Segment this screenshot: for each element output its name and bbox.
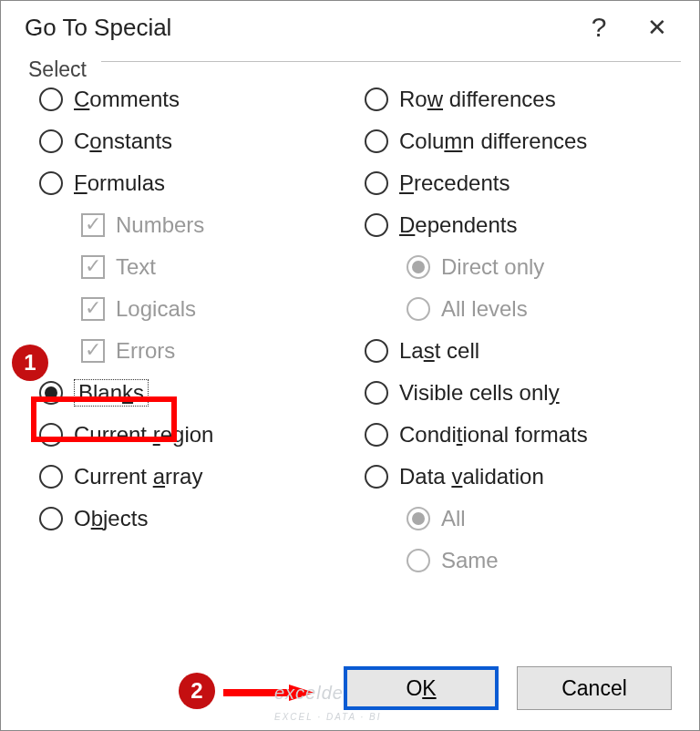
options-columns: Comments Constants Formulas Numbers Text… (1, 78, 699, 582)
option-label: Constants (74, 129, 172, 154)
option-text: Text (39, 246, 355, 288)
annotation-callout-1: 1 (12, 345, 48, 381)
option-comments[interactable]: Comments (39, 78, 355, 120)
option-same: Same (365, 540, 681, 582)
option-current-region[interactable]: Current region (39, 414, 355, 456)
checkbox-icon (81, 255, 105, 279)
option-label: Data validation (399, 464, 544, 489)
right-column: Row differences Column differences Prece… (365, 78, 681, 582)
ok-button[interactable]: OK (344, 666, 499, 710)
radio-icon (39, 88, 63, 111)
radio-icon (39, 129, 63, 153)
option-label: Visible cells only (399, 380, 560, 406)
option-label: Same (441, 548, 499, 573)
left-column: Comments Constants Formulas Numbers Text… (19, 78, 355, 582)
cancel-button[interactable]: Cancel (517, 666, 672, 710)
option-objects[interactable]: Objects (39, 498, 355, 540)
option-dependents[interactable]: Dependents (365, 204, 681, 246)
radio-icon (39, 423, 63, 447)
option-label: Conditional formats (399, 422, 588, 448)
option-last-cell[interactable]: Last cell (365, 330, 681, 372)
checkbox-icon (81, 213, 105, 237)
option-label: Current array (74, 464, 202, 489)
option-label: Column differences (399, 129, 587, 154)
option-constants[interactable]: Constants (39, 120, 355, 162)
radio-icon (407, 255, 430, 279)
option-row-differences[interactable]: Row differences (365, 78, 681, 120)
radio-icon (407, 507, 430, 530)
option-precedents[interactable]: Precedents (365, 162, 681, 204)
option-label: Numbers (116, 212, 204, 238)
option-numbers: Numbers (39, 204, 355, 246)
option-errors: Errors (39, 330, 355, 372)
option-direct-only: Direct only (365, 246, 681, 288)
option-formulas[interactable]: Formulas (39, 162, 355, 204)
radio-icon (407, 297, 430, 321)
annotation-callout-2: 2 (179, 673, 215, 709)
option-all-levels: All levels (365, 288, 681, 330)
option-label: Formulas (74, 170, 165, 196)
option-label: Comments (74, 87, 180, 112)
option-blanks[interactable]: Blanks (39, 372, 355, 414)
option-label: Text (116, 254, 156, 280)
option-column-differences[interactable]: Column differences (365, 120, 681, 162)
radio-icon (39, 507, 63, 530)
dialog-titlebar: Go To Special ? ✕ (1, 1, 699, 48)
radio-icon (365, 129, 388, 153)
option-label: Direct only (441, 254, 544, 280)
option-label: Last cell (399, 338, 479, 364)
radio-icon (39, 171, 63, 195)
option-label: Blanks (74, 379, 149, 407)
dialog-title: Go To Special (25, 14, 562, 42)
radio-icon (365, 465, 388, 489)
close-icon[interactable]: ✕ (635, 14, 679, 42)
option-label: Row differences (399, 87, 556, 112)
option-visible-cells[interactable]: Visible cells only (365, 372, 681, 414)
radio-icon (365, 339, 388, 363)
checkbox-icon (81, 297, 105, 321)
radio-icon (407, 549, 430, 572)
option-label: Precedents (399, 170, 510, 196)
option-logicals: Logicals (39, 288, 355, 330)
group-divider (101, 61, 681, 62)
radio-icon (365, 171, 388, 195)
option-label: Logicals (116, 296, 196, 322)
option-conditional-formats[interactable]: Conditional formats (365, 414, 681, 456)
radio-icon (39, 381, 63, 405)
option-current-array[interactable]: Current array (39, 456, 355, 498)
option-label: Objects (74, 506, 148, 531)
radio-icon (365, 88, 388, 111)
option-label: Dependents (399, 212, 517, 238)
checkbox-icon (81, 339, 105, 363)
radio-icon (365, 423, 388, 447)
radio-icon (365, 381, 388, 405)
option-data-validation[interactable]: Data validation (365, 456, 681, 498)
radio-icon (365, 213, 388, 237)
option-label: Errors (116, 338, 175, 364)
dialog-footer: OK Cancel (344, 666, 672, 710)
select-group: Select (19, 61, 681, 62)
option-label: All (441, 506, 466, 531)
option-all: All (365, 498, 681, 540)
option-label: All levels (441, 296, 528, 322)
radio-icon (39, 465, 63, 489)
help-icon[interactable]: ? (577, 12, 621, 43)
option-label: Current region (74, 422, 213, 448)
